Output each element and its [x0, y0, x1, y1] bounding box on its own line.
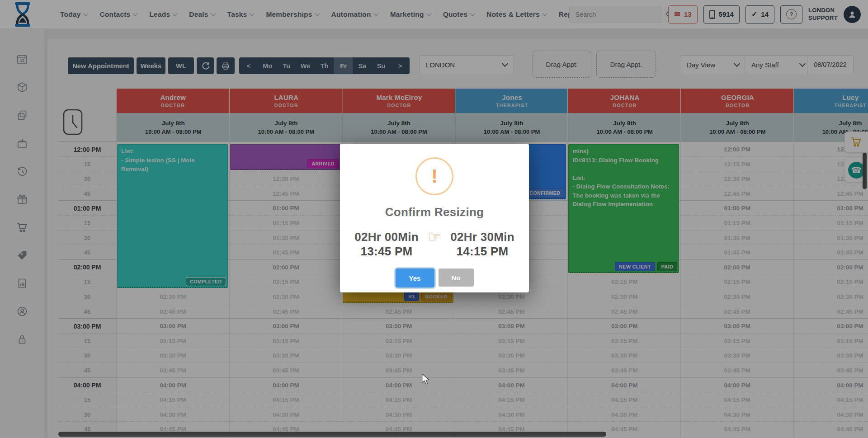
no-button[interactable]: No [439, 268, 474, 287]
pointing-hand-icon: ☞ [425, 229, 444, 245]
resize-summary: 02Hr 00Min ☞ 02Hr 30Min 13:45 PM 14:15 P… [349, 229, 520, 259]
new-duration: 02Hr 30Min [444, 230, 520, 244]
modal-title: Confirm Resizing [385, 205, 484, 219]
yes-button[interactable]: Yes [396, 268, 434, 287]
warning-icon: ! [415, 157, 453, 195]
modal-buttons: Yes No [396, 268, 474, 287]
old-end-time: 13:45 PM [349, 245, 425, 259]
old-duration: 02Hr 00Min [349, 230, 425, 244]
new-end-time: 14:15 PM [444, 245, 520, 259]
app-window: TodayContactsLeadsDealsTasksMembershipsA… [0, 0, 868, 438]
confirm-resizing-modal: ! Confirm Resizing 02Hr 00Min ☞ 02Hr 30M… [340, 144, 529, 292]
